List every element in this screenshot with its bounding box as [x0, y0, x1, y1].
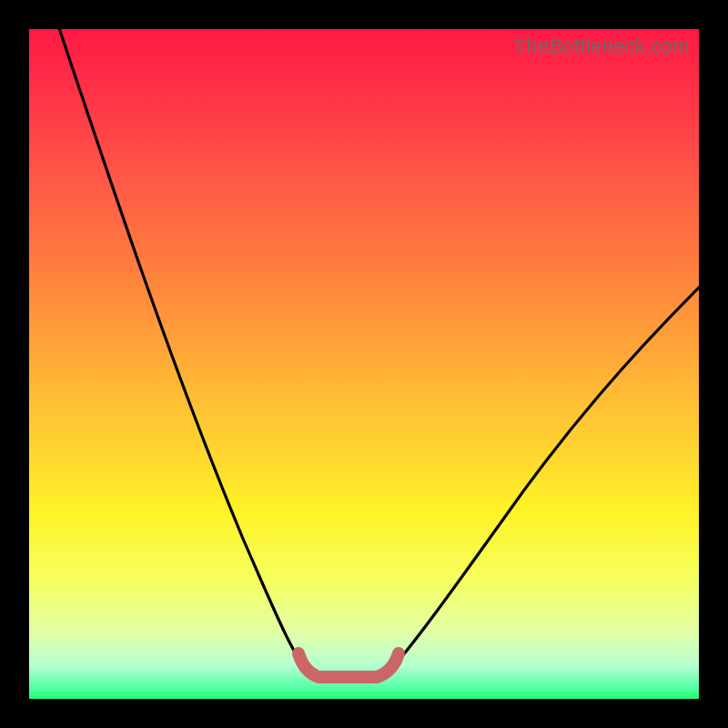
left-curve [56, 29, 311, 675]
right-curve [386, 284, 699, 675]
chart-frame: TheBottleneck.com [0, 0, 728, 728]
bottom-bridge [298, 653, 399, 677]
plot-area: TheBottleneck.com [29, 29, 699, 699]
curve-layer [29, 29, 699, 699]
